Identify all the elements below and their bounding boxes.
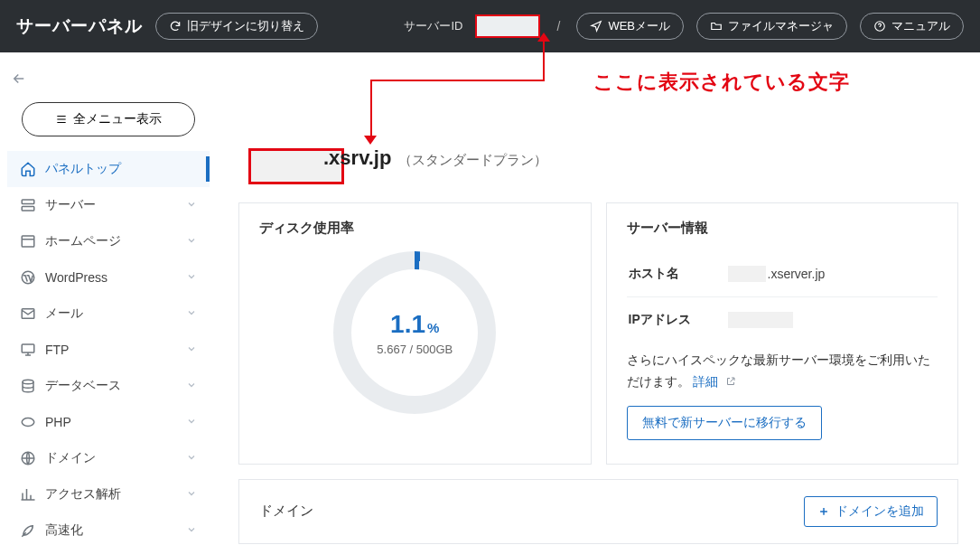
manual-label: マニュアル xyxy=(891,18,950,34)
switch-design-label: 旧デザインに切り替え xyxy=(187,18,304,34)
question-icon xyxy=(873,20,886,33)
refresh-icon xyxy=(169,20,182,33)
sidebar-item-analytics[interactable]: アクセス解析 xyxy=(7,476,210,512)
migrate-server-button[interactable]: 無料で新サーバーに移行する xyxy=(627,406,822,440)
sidebar-item-label: PHP xyxy=(45,415,71,429)
show-all-menu-button[interactable]: 全メニュー表示 xyxy=(22,102,195,136)
file-manager-label: ファイルマネージャ xyxy=(728,18,834,34)
manual-button[interactable]: マニュアル xyxy=(860,13,964,40)
sidebar-item-label: ドメイン xyxy=(45,450,96,466)
main-content: .xsrv.jp （スタンダードプラン） ディスク使用率 1.1% 5.667 … xyxy=(217,52,980,545)
page-domain-suffix: .xsrv.jp xyxy=(323,146,391,170)
hostname-redacted xyxy=(728,266,766,282)
server-info-card: サーバー情報 ホスト名 .xserver.jp IPアドレス さらにハイスペック… xyxy=(606,202,959,465)
domain-card-title: ドメイン xyxy=(259,503,313,520)
domain-card: ドメイン ＋ ドメインを追加 xyxy=(238,479,958,544)
window-icon xyxy=(20,233,36,249)
svg-rect-1 xyxy=(22,200,34,204)
chevron-down-icon xyxy=(186,306,197,321)
wordpress-icon xyxy=(20,269,36,286)
ip-redacted xyxy=(728,312,793,328)
back-icon[interactable] xyxy=(7,70,210,89)
paper-plane-icon xyxy=(590,20,602,33)
globe-icon xyxy=(20,450,36,466)
rocket-icon xyxy=(20,522,36,539)
svg-point-7 xyxy=(23,380,33,384)
sidebar-item-label: データベース xyxy=(45,378,121,394)
server-id-value-redacted xyxy=(475,14,540,38)
external-link-icon xyxy=(725,372,736,383)
switch-design-button[interactable]: 旧デザインに切り替え xyxy=(155,13,318,40)
svg-rect-6 xyxy=(22,344,34,352)
home-icon xyxy=(20,161,36,177)
sidebar-item-label: アクセス解析 xyxy=(45,486,121,503)
sidebar-item-speedup[interactable]: 高速化 xyxy=(7,512,210,545)
page-heading: .xsrv.jp （スタンダードプラン） xyxy=(323,146,547,170)
disk-usage-title: ディスク使用率 xyxy=(259,220,571,237)
folder-icon xyxy=(710,20,723,33)
sidebar: 全メニュー表示 パネルトップ サーバー ホームページ WordPress メール xyxy=(0,52,217,545)
chevron-down-icon xyxy=(186,270,197,285)
monitor-icon xyxy=(20,342,36,358)
sidebar-item-label: ホームページ xyxy=(45,233,121,249)
mail-icon xyxy=(20,305,36,322)
app-title: サーバーパネル xyxy=(16,14,143,38)
sidebar-item-database[interactable]: データベース xyxy=(7,368,210,404)
sidebar-item-php[interactable]: PHP xyxy=(7,404,210,440)
disk-usage-percent: 1.1% xyxy=(377,310,453,339)
sidebar-item-wordpress[interactable]: WordPress xyxy=(7,259,210,296)
sidebar-item-mail[interactable]: メール xyxy=(7,296,210,332)
plus-icon: ＋ xyxy=(817,503,830,520)
add-domain-button[interactable]: ＋ ドメインを追加 xyxy=(804,496,938,527)
add-domain-label: ドメインを追加 xyxy=(835,503,924,520)
chevron-down-icon xyxy=(186,379,197,393)
php-icon xyxy=(20,414,36,430)
sidebar-item-label: WordPress xyxy=(45,270,107,285)
sidebar-item-server[interactable]: サーバー xyxy=(7,187,210,223)
sidebar-item-label: FTP xyxy=(45,343,69,357)
chevron-down-icon xyxy=(186,415,197,429)
file-manager-button[interactable]: ファイルマネージャ xyxy=(696,13,847,40)
ip-label: IPアドレス xyxy=(629,312,728,328)
database-icon xyxy=(20,378,36,394)
chevron-down-icon xyxy=(186,198,197,212)
disk-usage-gauge: 1.1% 5.667 / 500GB xyxy=(333,251,496,414)
sidebar-item-label: 高速化 xyxy=(45,522,83,539)
topbar: サーバーパネル 旧デザインに切り替え サーバーID / WEBメール ファイルマ… xyxy=(0,0,980,52)
chevron-down-icon xyxy=(186,523,197,538)
sidebar-item-panel-top[interactable]: パネルトップ xyxy=(7,151,210,187)
disk-usage-card: ディスク使用率 1.1% 5.667 / 500GB xyxy=(238,202,592,465)
svg-rect-3 xyxy=(22,236,34,247)
page-plan: （スタンダードプラン） xyxy=(398,152,547,169)
hamburger-icon xyxy=(55,113,68,126)
disk-usage-sub: 5.667 / 500GB xyxy=(377,343,453,356)
server-info-description: さらにハイスペックな最新サーバー環境をご利用いただけます。 詳細 xyxy=(627,350,938,393)
sidebar-item-label: サーバー xyxy=(45,197,96,213)
ip-row: IPアドレス xyxy=(627,296,938,343)
webmail-button[interactable]: WEBメール xyxy=(576,13,684,40)
hostname-row: ホスト名 .xserver.jp xyxy=(627,251,938,296)
svg-rect-2 xyxy=(22,207,34,211)
sidebar-item-label: メール xyxy=(45,305,83,322)
sidebar-item-homepage[interactable]: ホームページ xyxy=(7,223,210,259)
show-all-menu-label: 全メニュー表示 xyxy=(73,111,162,127)
hostname-label: ホスト名 xyxy=(629,266,728,282)
sidebar-item-label: パネルトップ xyxy=(45,161,121,177)
sidebar-item-ftp[interactable]: FTP xyxy=(7,332,210,368)
svg-point-8 xyxy=(22,418,34,427)
chevron-down-icon xyxy=(186,234,197,249)
topbar-separator: / xyxy=(556,19,560,33)
server-id-label: サーバーID xyxy=(404,18,462,34)
server-info-detail-link[interactable]: 詳細 xyxy=(693,374,718,389)
chevron-down-icon xyxy=(186,451,197,465)
hostname-value: .xserver.jp xyxy=(768,267,826,281)
server-icon xyxy=(20,197,36,213)
chevron-down-icon xyxy=(186,343,197,357)
server-info-title: サーバー情報 xyxy=(627,220,938,237)
bar-chart-icon xyxy=(20,486,36,503)
webmail-label: WEBメール xyxy=(608,18,670,34)
sidebar-item-domain[interactable]: ドメイン xyxy=(7,440,210,476)
chevron-down-icon xyxy=(186,487,197,502)
